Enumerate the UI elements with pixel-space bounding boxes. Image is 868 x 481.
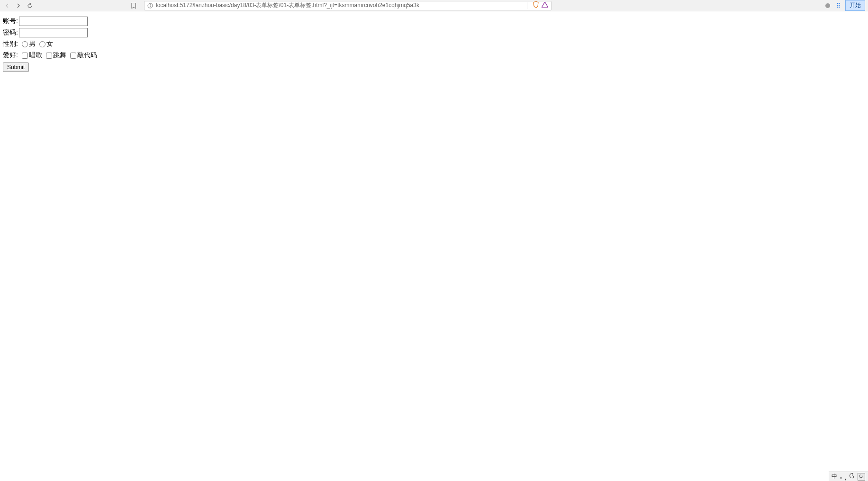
back-button[interactable] [3, 1, 11, 10]
warning-triangle-icon[interactable] [542, 2, 548, 9]
tray-comma-icon: , [845, 474, 846, 481]
gender-row: 性别: 男 女 [3, 39, 865, 49]
bookmark-icon[interactable] [130, 2, 137, 9]
url-bar[interactable]: localhost:5172/lanzhou-basic/day18/03-表单… [144, 1, 552, 10]
gender-female-radio[interactable] [39, 41, 45, 47]
hobby-row: 爱好: 唱歌 跳舞 敲代码 [3, 50, 865, 61]
svg-point-3 [859, 475, 862, 478]
reload-button[interactable] [26, 1, 34, 10]
gender-label: 性别: [3, 40, 18, 48]
hobby-dance-label: 跳舞 [53, 51, 66, 60]
forward-button[interactable] [14, 1, 23, 10]
password-row: 密码: [3, 27, 865, 38]
url-separator [527, 2, 527, 9]
page-content: 账号: 密码: 性别: 男 女 爱好: 唱歌 跳舞 敲代码 Submit [0, 11, 868, 77]
hobby-dance-checkbox[interactable] [46, 53, 52, 59]
submit-button[interactable]: Submit [3, 62, 29, 72]
browser-toolbar: localhost:5172/lanzhou-basic/day18/03-表单… [0, 0, 868, 11]
extensions-icon[interactable]: ⠿ [836, 2, 841, 9]
gender-female-label: 女 [46, 40, 53, 48]
ime-indicator[interactable]: 中 [832, 472, 837, 481]
password-label: 密码: [3, 28, 18, 37]
hobby-label: 爱好: [3, 51, 18, 60]
gender-male-radio[interactable] [22, 41, 28, 47]
url-text: localhost:5172/lanzhou-basic/day18/03-表单… [156, 1, 521, 9]
password-input[interactable] [19, 28, 88, 37]
start-button[interactable]: 开始 [845, 0, 865, 11]
site-info-icon[interactable] [147, 3, 153, 9]
account-row: 账号: [3, 16, 865, 27]
gender-male-label: 男 [29, 40, 36, 48]
status-dot-icon [825, 3, 830, 8]
hobby-sing-checkbox[interactable] [22, 53, 28, 59]
hobby-code-checkbox[interactable] [70, 53, 76, 59]
brave-shield-icon[interactable] [533, 1, 539, 9]
tray-dot-icon: • [840, 475, 842, 481]
account-label: 账号: [3, 17, 18, 26]
svg-line-4 [862, 477, 864, 479]
hobby-sing-label: 唱歌 [29, 51, 42, 60]
magnifier-icon[interactable] [858, 473, 865, 481]
account-input[interactable] [19, 17, 88, 26]
hobby-code-label: 敲代码 [77, 51, 97, 60]
moon-icon[interactable] [849, 473, 855, 480]
system-tray: 中 • , [829, 472, 868, 481]
